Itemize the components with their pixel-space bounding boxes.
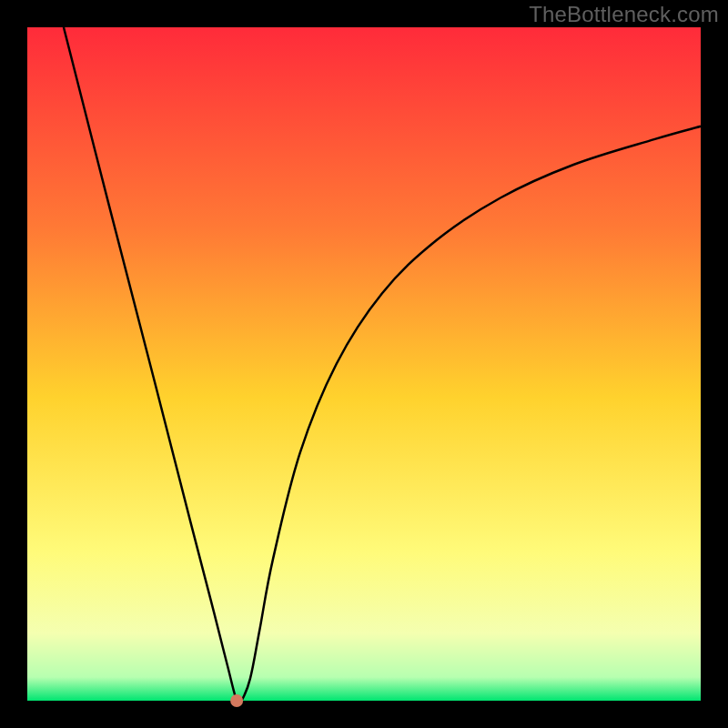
chart-root: TheBottleneck.com — [0, 0, 728, 728]
watermark-text: TheBottleneck.com — [529, 2, 719, 27]
chart-svg — [0, 0, 728, 728]
plot-area — [27, 27, 701, 701]
optimal-point-marker — [230, 694, 243, 707]
